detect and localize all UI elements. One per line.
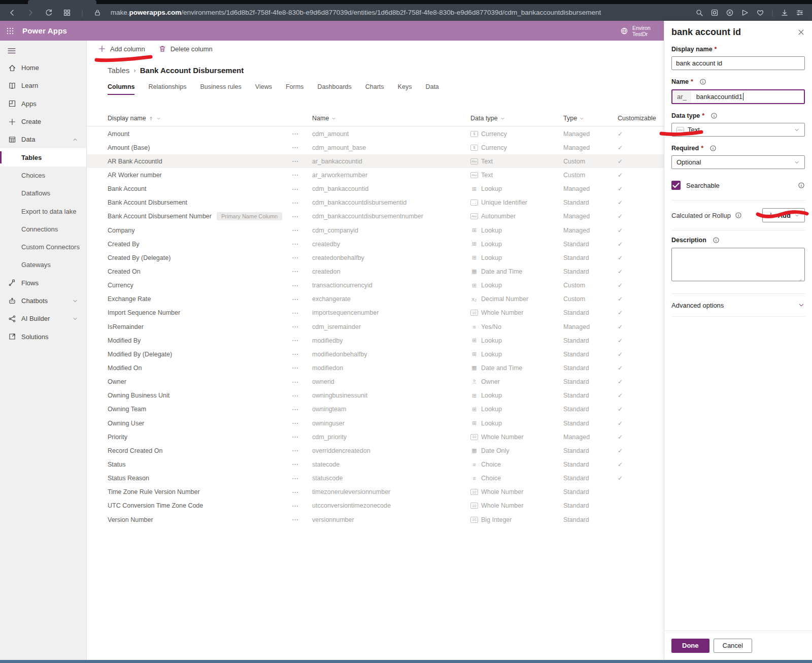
- column-header-customizable[interactable]: Customizable: [618, 115, 664, 122]
- row-more-options-icon[interactable]: ⋯: [292, 199, 312, 207]
- row-more-options-icon[interactable]: ⋯: [292, 502, 312, 510]
- table-row[interactable]: Exchange Rate⋯exchangeratex₂Decimal Numb…: [87, 292, 664, 306]
- sidebar-item-learn[interactable]: Learn: [0, 77, 86, 94]
- sidebar-item-apps[interactable]: Apps: [0, 95, 86, 113]
- blocker-icon[interactable]: [726, 9, 734, 17]
- display-name-field[interactable]: [671, 56, 805, 70]
- row-more-options-icon[interactable]: ⋯: [292, 516, 312, 523]
- close-icon[interactable]: [797, 28, 805, 36]
- address-bar[interactable]: make.powerapps.com/environments/1d6d8b2f…: [111, 9, 601, 16]
- table-row[interactable]: Modified By⋯modifiedby⊞LookupStandard✓: [87, 334, 664, 347]
- add-calculated-button[interactable]: Add: [762, 208, 805, 222]
- tab-keys[interactable]: Keys: [398, 83, 412, 95]
- screenshot-icon[interactable]: [710, 9, 719, 17]
- row-more-options-icon[interactable]: ⋯: [292, 226, 312, 234]
- info-icon[interactable]: [798, 182, 805, 189]
- tab-charts[interactable]: Charts: [365, 83, 384, 95]
- row-more-options-icon[interactable]: ⋯: [292, 460, 312, 468]
- row-more-options-icon[interactable]: ⋯: [292, 171, 312, 179]
- info-icon[interactable]: [709, 145, 717, 152]
- table-row[interactable]: Owning Team⋯owningteam⊞LookupStandard✓: [87, 403, 664, 416]
- waffle-menu-icon[interactable]: [6, 27, 14, 35]
- sidebar-item-flows[interactable]: Flows: [0, 274, 86, 292]
- tab-business-rules[interactable]: Business rules: [200, 83, 242, 95]
- sidebar-item-choices[interactable]: Choices: [0, 167, 86, 184]
- hamburger-menu-icon[interactable]: [7, 46, 17, 56]
- name-field[interactable]: ar_ bankaccountid1: [671, 89, 805, 104]
- breadcrumb-tables-link[interactable]: Tables: [108, 66, 129, 75]
- table-row[interactable]: Priority⋯cdm_priority10Whole NumberManag…: [87, 430, 664, 444]
- row-more-options-icon[interactable]: ⋯: [292, 240, 312, 248]
- row-more-options-icon[interactable]: ⋯: [292, 268, 312, 275]
- table-row[interactable]: Bank Account⋯cdm_bankaccountid⊞LookupMan…: [87, 182, 664, 196]
- table-row[interactable]: Version Number⋯versionnumber10Big Intege…: [87, 513, 664, 526]
- table-row[interactable]: Currency⋯transactioncurrencyid⊞LookupCus…: [87, 279, 664, 292]
- back-icon[interactable]: [8, 9, 16, 17]
- table-row[interactable]: UTC Conversion Time Zone Code⋯utcconvers…: [87, 499, 664, 513]
- tab-data[interactable]: Data: [425, 83, 438, 95]
- sidebar-item-custom-connectors[interactable]: Custom Connectors: [0, 238, 86, 256]
- sidebar-item-solutions[interactable]: Solutions: [0, 327, 86, 345]
- browser-tab[interactable]: [28, 0, 96, 4]
- tab-relationships[interactable]: Relationships: [148, 83, 186, 95]
- table-row[interactable]: Status⋯statecode≡ChoiceStandard✓: [87, 457, 664, 471]
- forward-icon[interactable]: [26, 9, 35, 17]
- row-more-options-icon[interactable]: ⋯: [292, 295, 312, 303]
- sidebar-item-data[interactable]: Data: [0, 130, 86, 148]
- row-more-options-icon[interactable]: ⋯: [292, 475, 312, 482]
- sidebar-item-chatbots[interactable]: Chatbots: [0, 292, 86, 310]
- tab-forms[interactable]: Forms: [286, 83, 303, 95]
- table-row[interactable]: Modified By (Delegate)⋯modifiedonbehalfb…: [87, 347, 664, 361]
- table-row[interactable]: AR Worker number⋯ar_arworkernumberAbcTex…: [87, 168, 664, 182]
- row-more-options-icon[interactable]: ⋯: [292, 364, 312, 372]
- table-row[interactable]: Created On⋯createdon▦Date and TimeStanda…: [87, 264, 664, 278]
- settings-sliders-icon[interactable]: [796, 9, 804, 17]
- row-more-options-icon[interactable]: ⋯: [292, 213, 312, 220]
- info-icon[interactable]: [699, 78, 706, 85]
- table-row[interactable]: Created By⋯createdby⊞LookupStandard✓: [87, 237, 664, 251]
- table-row[interactable]: Record Created On⋯overriddencreatedon▦Da…: [87, 444, 664, 457]
- table-row[interactable]: Created By (Delegate)⋯createdonbehalfby⊞…: [87, 251, 664, 264]
- table-row[interactable]: Modified On⋯modifiedon▦Date and TimeStan…: [87, 361, 664, 375]
- row-more-options-icon[interactable]: ⋯: [292, 157, 312, 165]
- table-row[interactable]: Amount⋯cdm_amount$CurrencyManaged✓: [87, 127, 664, 141]
- info-icon[interactable]: [710, 112, 718, 119]
- info-icon[interactable]: [735, 212, 742, 219]
- favorites-heart-icon[interactable]: [756, 9, 764, 17]
- row-more-options-icon[interactable]: ⋯: [292, 378, 312, 386]
- table-row[interactable]: Owning User⋯owninguser⊞LookupStandard✓: [87, 416, 664, 430]
- column-header-type[interactable]: Type: [563, 115, 618, 122]
- row-more-options-icon[interactable]: ⋯: [292, 282, 312, 289]
- sidebar-item-export-to-data-lake[interactable]: Export to data lake: [0, 202, 86, 220]
- tab-dashboards[interactable]: Dashboards: [317, 83, 351, 95]
- advanced-options-toggle[interactable]: Advanced options: [671, 294, 805, 316]
- environment-picker[interactable]: EnvironTestDr: [620, 21, 664, 41]
- delete-column-button[interactable]: Delete column: [158, 45, 213, 53]
- table-row[interactable]: Import Sequence Number⋯importsequencenum…: [87, 306, 664, 320]
- required-dropdown[interactable]: Optional: [671, 155, 805, 169]
- table-row[interactable]: Status Reason⋯statuscode≡ChoiceStandard✓: [87, 472, 664, 485]
- searchable-checkbox[interactable]: [671, 181, 681, 190]
- cancel-button[interactable]: Cancel: [714, 639, 752, 653]
- table-row[interactable]: Owning Business Unit⋯owningbusinessunit⊞…: [87, 389, 664, 403]
- add-column-button[interactable]: Add column: [98, 45, 145, 53]
- done-button[interactable]: Done: [671, 639, 709, 653]
- sidebar-item-tables[interactable]: Tables: [0, 148, 86, 166]
- table-row[interactable]: AR Bank AccountId⋯ar_bankaccountidAbcTex…: [87, 154, 664, 168]
- row-more-options-icon[interactable]: ⋯: [292, 488, 312, 496]
- extensions-grid-icon[interactable]: [63, 9, 71, 17]
- table-row[interactable]: Owner⋯owneridOwnerStandard✓: [87, 375, 664, 389]
- row-more-options-icon[interactable]: ⋯: [292, 254, 312, 261]
- column-header-display-name[interactable]: Display name: [108, 115, 312, 122]
- sidebar-item-home[interactable]: Home: [0, 59, 86, 77]
- row-more-options-icon[interactable]: ⋯: [292, 433, 312, 441]
- column-header-data-type[interactable]: Data type: [470, 115, 563, 122]
- table-row[interactable]: Company⋯cdm_companyid⊞LookupManaged✓: [87, 223, 664, 237]
- row-more-options-icon[interactable]: ⋯: [292, 323, 312, 330]
- table-row[interactable]: Time Zone Rule Version Number⋯timezoneru…: [87, 485, 664, 499]
- row-more-options-icon[interactable]: ⋯: [292, 130, 312, 138]
- table-row[interactable]: Amount (Base)⋯cdm_amount_base$CurrencyMa…: [87, 141, 664, 154]
- row-more-options-icon[interactable]: ⋯: [292, 144, 312, 151]
- row-more-options-icon[interactable]: ⋯: [292, 392, 312, 400]
- row-more-options-icon[interactable]: ⋯: [292, 447, 312, 454]
